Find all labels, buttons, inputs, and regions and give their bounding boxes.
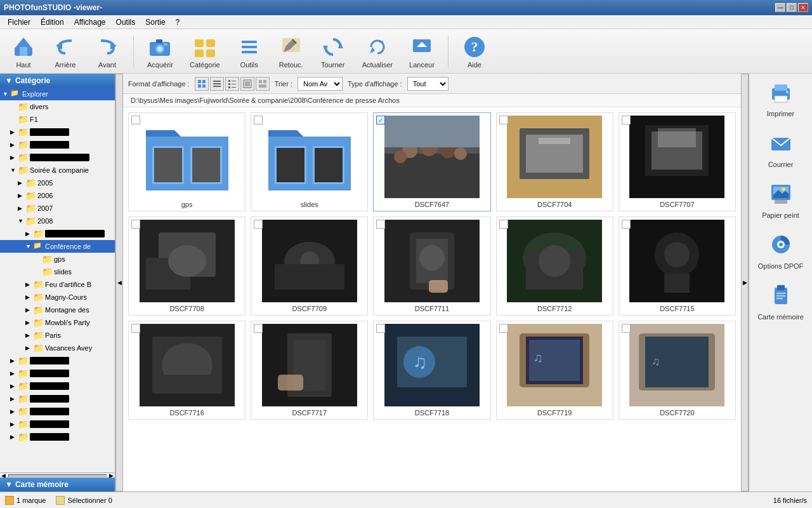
- photo-item-dscf7647[interactable]: ✓ DSCF7647: [373, 112, 490, 211]
- photo-item-dscf7712[interactable]: DSCF7712: [496, 217, 613, 316]
- sidebar-item-conference[interactable]: ▼ 📁 Conférence de: [0, 240, 115, 253]
- nav-arrow-right[interactable]: ▶: [741, 74, 749, 491]
- nav-arrow-left[interactable]: ◀: [115, 74, 123, 491]
- sidebar-item-soiree[interactable]: ▼ 📁 Soirée & companie: [0, 164, 115, 177]
- svg-point-8: [157, 46, 162, 51]
- sidebar-item-bc6[interactable]: ▶ 📁 ████████: [0, 418, 115, 431]
- avant-button[interactable]: Avant: [89, 31, 126, 72]
- photo-item-dscf7717[interactable]: DSCF7717: [251, 321, 368, 420]
- checkbox-dscf7708[interactable]: [131, 220, 140, 229]
- photo-item-dscf7704[interactable]: DSCF7704: [496, 112, 613, 211]
- checkbox-dscf7719[interactable]: [499, 324, 508, 333]
- view-full-btn[interactable]: [240, 77, 254, 91]
- sidebar-item-paris[interactable]: ▶ 📁 Paris: [0, 329, 115, 342]
- sidebar-item-b4[interactable]: ▶ 📁 ████████████: [0, 227, 115, 240]
- sidebar-item-2007[interactable]: ▶ 📁 2007: [0, 202, 115, 215]
- checkbox-dscf7717[interactable]: [254, 324, 263, 333]
- view-grid-btn[interactable]: [195, 77, 209, 91]
- folder-gps-icon: 📁: [42, 254, 52, 264]
- papier-peint-button[interactable]: Papier peint: [752, 178, 809, 224]
- photo-item-gps[interactable]: gps: [128, 112, 246, 211]
- tourner-button[interactable]: Tourner: [315, 31, 351, 72]
- sidebar-item-magny[interactable]: ▶ 📁 Magny-Cours: [0, 291, 115, 304]
- checkbox-dscf7647[interactable]: ✓: [376, 116, 385, 124]
- sidebar-item-bc2[interactable]: ▶ 📁 ████████: [0, 367, 115, 380]
- sidebar-item-mowbli[interactable]: ▶ 📁 Mowbli's Party: [0, 316, 115, 329]
- haut-button[interactable]: Haut: [5, 31, 42, 72]
- menu-edition[interactable]: Édition: [36, 17, 69, 28]
- toggle-icon: ▶: [10, 142, 18, 148]
- sidebar-item-2006[interactable]: ▶ 📁 2006: [0, 189, 115, 202]
- photo-item-slides[interactable]: slides: [251, 112, 368, 211]
- lanceur-button[interactable]: Lanceur: [403, 31, 440, 72]
- checkbox-dscf7707[interactable]: [622, 116, 631, 124]
- checkbox-dscf7711[interactable]: [376, 220, 385, 229]
- minimize-button[interactable]: —: [775, 3, 785, 12]
- checkbox-slides[interactable]: [254, 116, 263, 124]
- courrier-button[interactable]: Courrier: [752, 127, 809, 173]
- maximize-button[interactable]: □: [787, 3, 797, 12]
- sidebar-item-bc7[interactable]: ▶ 📁 ████████: [0, 431, 115, 443]
- photo-item-dscf7707[interactable]: DSCF7707: [619, 112, 736, 211]
- checkbox-dscf7704[interactable]: [499, 116, 508, 124]
- aide-button[interactable]: ? Aide: [456, 31, 493, 72]
- view-extra-btn[interactable]: [256, 77, 270, 91]
- window-controls[interactable]: — □ ✕: [775, 3, 808, 12]
- actualiser-button[interactable]: Actualiser: [357, 31, 398, 72]
- sidebar-item-2008[interactable]: ▼ 📁 2008: [0, 215, 115, 227]
- sidebar-tree[interactable]: ▼ 📁 Explorer 📁 divers 📁 F1 ▶ 📁 ████████: [0, 88, 115, 472]
- menu-fichier[interactable]: Fichier: [3, 17, 36, 28]
- menu-aide[interactable]: ?: [171, 17, 185, 28]
- checkbox-dscf7715[interactable]: [622, 220, 631, 229]
- trier-select[interactable]: Nom Av Nom De Date Av Date De: [298, 77, 343, 91]
- retouche-button[interactable]: Retouc.: [273, 31, 310, 72]
- menu-sortie[interactable]: Sortie: [140, 17, 170, 28]
- sidebar-item-gps[interactable]: 📁 gps: [0, 253, 115, 265]
- sidebar-item-bc3[interactable]: ▶ 📁 ████████: [0, 380, 115, 392]
- photo-item-dscf7715[interactable]: DSCF7715: [619, 217, 736, 316]
- checkbox-dscf7712[interactable]: [499, 220, 508, 229]
- sidebar-item-bc4[interactable]: ▶ 📁 ████████: [0, 392, 115, 405]
- sidebar-item-vacances[interactable]: ▶ 📁 Vacances Avey: [0, 342, 115, 354]
- sidebar-item-feu[interactable]: ▶ 📁 Feu d'artifice B: [0, 278, 115, 291]
- photo-item-dscf7718[interactable]: ♫ DSCF7718: [373, 321, 490, 420]
- sidebar-item-b3[interactable]: ▶ 📁 ████████████: [0, 151, 115, 164]
- photo-item-dscf7709[interactable]: DSCF7709: [251, 217, 368, 316]
- type-select[interactable]: Tout Photos Vidéos: [407, 77, 449, 91]
- photo-item-dscf7719[interactable]: ♫ DSCF7719: [496, 321, 613, 420]
- photo-item-dscf7708[interactable]: DSCF7708: [128, 217, 246, 316]
- sidebar-item-f1[interactable]: 📁 F1: [0, 113, 115, 126]
- close-button[interactable]: ✕: [798, 3, 808, 12]
- sidebar-item-b1[interactable]: ▶ 📁 ████████: [0, 126, 115, 138]
- sidebar-item-slides[interactable]: 📁 slides: [0, 265, 115, 278]
- carte-memoire-button[interactable]: Carte mémoire: [752, 279, 809, 325]
- checkbox-gps[interactable]: [131, 116, 140, 124]
- photo-item-dscf7711[interactable]: DSCF7711: [373, 217, 490, 316]
- acquerir-button[interactable]: Acquérir: [141, 31, 179, 72]
- photo-grid[interactable]: gps slides ✓: [123, 107, 741, 491]
- horizontal-scrollbar[interactable]: [8, 474, 107, 477]
- menu-affichage[interactable]: Affichage: [69, 17, 111, 28]
- sidebar-item-bc1[interactable]: ▶ 📁 ████████: [0, 354, 115, 367]
- photo-item-dscf7716[interactable]: DSCF7716: [128, 321, 246, 420]
- photo-item-dscf7720[interactable]: ♫ DSCF7720: [619, 321, 736, 420]
- menu-outils[interactable]: Outils: [111, 17, 141, 28]
- thumb-dscf7720: ♫: [629, 324, 724, 406]
- categorie-button[interactable]: Catégorie: [184, 31, 226, 72]
- view-detail-btn[interactable]: [225, 77, 239, 91]
- imprimer-button[interactable]: Imprimer: [752, 76, 809, 122]
- sidebar-item-explorer[interactable]: ▼ 📁 Explorer: [0, 88, 115, 100]
- arriere-button[interactable]: Arrière: [47, 31, 84, 72]
- checkbox-dscf7720[interactable]: [622, 324, 631, 333]
- checkbox-dscf7716[interactable]: [131, 324, 140, 333]
- checkbox-dscf7709[interactable]: [254, 220, 263, 229]
- sidebar-item-montagne[interactable]: ▶ 📁 Montagne des: [0, 304, 115, 316]
- outils-button[interactable]: Outils: [231, 31, 268, 72]
- view-list-btn[interactable]: [210, 77, 224, 91]
- sidebar-item-b2[interactable]: ▶ 📁 ████████: [0, 138, 115, 151]
- checkbox-dscf7718[interactable]: [376, 324, 385, 333]
- sidebar-item-divers[interactable]: 📁 divers: [0, 100, 115, 113]
- sidebar-item-2005[interactable]: ▶ 📁 2005: [0, 177, 115, 189]
- options-dpof-button[interactable]: Options DPOF: [752, 229, 809, 274]
- sidebar-item-bc5[interactable]: ▶ 📁 ████████: [0, 405, 115, 418]
